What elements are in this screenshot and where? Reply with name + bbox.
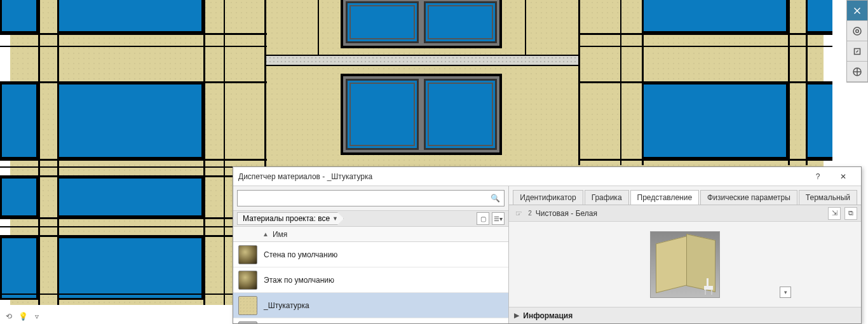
chevron-down-icon: ▼: [332, 215, 338, 222]
window: [57, 0, 203, 33]
material-row-selected[interactable]: _Штукатурка: [233, 293, 508, 318]
window: [57, 177, 203, 217]
window: [806, 83, 832, 159]
material-row[interactable]: Этаж по умолчанию: [233, 267, 508, 293]
asset-usage-badge: 2: [528, 210, 532, 217]
dialog-title: Диспетчер материалов - _Штукатурка: [238, 172, 805, 181]
window: [0, 83, 38, 159]
window: [0, 236, 38, 300]
material-label: Этаж по умолчанию: [264, 276, 334, 285]
replace-asset-button[interactable]: ⇲: [828, 207, 841, 220]
window-central-upper: [341, 0, 502, 48]
window: [806, 0, 832, 33]
tab-thermal[interactable]: Термальный: [799, 190, 857, 205]
info-section-header[interactable]: ▶ Информация: [509, 307, 861, 323]
tab-physical[interactable]: Физические параметры: [700, 190, 797, 205]
tab-graphics[interactable]: Графика: [585, 190, 629, 205]
close-button[interactable]: ✕: [831, 167, 856, 186]
scene-selector-button[interactable]: ▾: [780, 287, 791, 298]
material-browser-dialog: Диспетчер материалов - _Штукатурка ? ✕ 🔍…: [233, 166, 862, 324]
preview-scene: [650, 231, 720, 298]
window: [57, 236, 203, 300]
pan-icon[interactable]: [847, 41, 867, 62]
svg-point-1: [856, 29, 859, 32]
window: [0, 177, 38, 217]
chevron-right-icon: ▶: [514, 311, 519, 320]
concrete-band: [264, 55, 578, 66]
lightbulb-icon[interactable]: 💡: [18, 311, 28, 321]
navigation-wheel-icon[interactable]: [847, 21, 867, 41]
materials-list[interactable]: Стена по умолчанию Этаж по умолчанию _Шт…: [233, 242, 508, 323]
material-swatch-icon: [238, 321, 257, 323]
sort-asc-icon: ▲: [262, 231, 269, 238]
material-swatch-icon: [238, 245, 257, 264]
appearance-preview[interactable]: ▾: [509, 222, 861, 307]
window: [642, 83, 788, 159]
asset-name: Чистовая - Белая: [536, 209, 824, 218]
material-row[interactable]: [233, 318, 508, 323]
dropdown-icon[interactable]: ▿: [32, 311, 42, 321]
view-toolbar: [846, 0, 868, 83]
search-icon[interactable]: 🔍: [491, 194, 500, 203]
filter-label: Материалы проекта: все: [243, 214, 330, 223]
material-swatch-icon: [238, 296, 257, 315]
asset-hand-icon[interactable]: ☞: [513, 208, 524, 219]
material-label: _Штукатурка: [264, 301, 309, 310]
materials-left-panel: 🔍 Материалы проекта: все ▼ ▢ ☰▾ ▲ Имя Ст…: [233, 186, 509, 323]
svg-point-0: [853, 27, 861, 35]
filter-row: Материалы проекта: все ▼ ▢ ☰▾: [233, 210, 508, 227]
window: [0, 0, 38, 33]
editor-tabs: Идентификатор Графика Представление Физи…: [509, 186, 861, 205]
tab-identity[interactable]: Идентификатор: [513, 190, 583, 205]
asset-bar: ☞ 2 Чистовая - Белая ⇲ ⧉: [509, 205, 861, 222]
window: [642, 0, 788, 33]
material-label: Стена по умолчанию: [264, 250, 337, 259]
info-label: Информация: [523, 311, 573, 320]
search-input[interactable]: [241, 194, 491, 203]
view-list-button[interactable]: ☰▾: [492, 212, 505, 225]
duplicate-asset-button[interactable]: ⧉: [844, 207, 857, 220]
link-icon[interactable]: ⟲: [4, 311, 14, 321]
dialog-titlebar[interactable]: Диспетчер материалов - _Штукатурка ? ✕: [233, 167, 861, 186]
material-editor-panel: Идентификатор Графика Представление Физи…: [509, 186, 861, 323]
material-swatch-icon: [238, 271, 257, 290]
close-panel-button[interactable]: [847, 1, 867, 21]
search-field[interactable]: 🔍: [237, 190, 505, 206]
list-header[interactable]: ▲ Имя: [233, 227, 508, 242]
status-bar-icons: ⟲ 💡 ▿: [4, 311, 42, 321]
material-row[interactable]: Стена по умолчанию: [233, 242, 508, 267]
help-button[interactable]: ?: [805, 167, 831, 186]
view-grid-button[interactable]: ▢: [477, 212, 489, 225]
orbit-icon[interactable]: [847, 62, 867, 82]
project-materials-filter[interactable]: Материалы проекта: все ▼: [237, 212, 344, 225]
tab-appearance[interactable]: Представление: [630, 190, 700, 205]
window-central-lower: [341, 74, 502, 155]
column-name: Имя: [273, 230, 287, 239]
window: [57, 83, 203, 159]
